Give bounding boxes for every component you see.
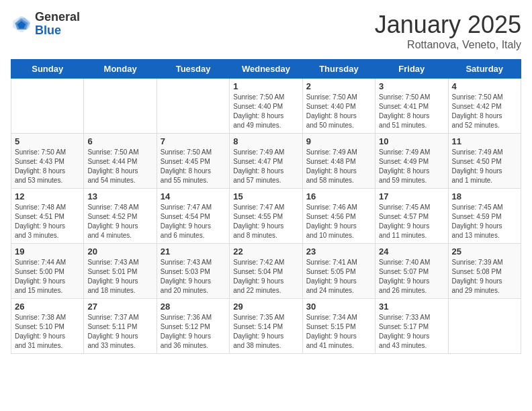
day-info: Sunrise: 7:40 AMSunset: 5:07 PMDaylight:… — [379, 258, 444, 295]
day-info: Sunrise: 7:48 AMSunset: 4:51 PMDaylight:… — [15, 203, 80, 240]
day-number: 6 — [87, 136, 152, 146]
empty-cell — [157, 79, 229, 134]
day-number: 26 — [15, 302, 80, 312]
day-info: Sunrise: 7:34 AMSunset: 5:15 PMDaylight:… — [306, 313, 371, 351]
calendar-day-1: 1Sunrise: 7:50 AMSunset: 4:40 PMDaylight… — [230, 79, 302, 134]
day-info: Sunrise: 7:50 AMSunset: 4:44 PMDaylight:… — [87, 148, 152, 185]
calendar-table: SundayMondayTuesdayWednesdayThursdayFrid… — [11, 59, 521, 354]
weekday-header-sunday: Sunday — [11, 60, 84, 79]
day-info: Sunrise: 7:45 AMSunset: 4:59 PMDaylight:… — [452, 203, 517, 240]
calendar-day-10: 10Sunrise: 7:49 AMSunset: 4:49 PMDayligh… — [375, 134, 448, 189]
calendar-day-13: 13Sunrise: 7:48 AMSunset: 4:52 PMDayligh… — [84, 189, 157, 244]
calendar-header-row: SundayMondayTuesdayWednesdayThursdayFrid… — [11, 60, 521, 79]
calendar-day-5: 5Sunrise: 7:50 AMSunset: 4:43 PMDaylight… — [11, 134, 84, 189]
day-info: Sunrise: 7:43 AMSunset: 5:03 PMDaylight:… — [161, 258, 226, 295]
day-number: 21 — [161, 246, 226, 257]
day-number: 17 — [379, 191, 444, 201]
calendar-day-7: 7Sunrise: 7:50 AMSunset: 4:45 PMDaylight… — [157, 134, 229, 189]
day-info: Sunrise: 7:49 AMSunset: 4:47 PMDaylight:… — [233, 148, 298, 185]
calendar-day-16: 16Sunrise: 7:46 AMSunset: 4:56 PMDayligh… — [302, 189, 375, 244]
calendar-day-31: 31Sunrise: 7:33 AMSunset: 5:17 PMDayligh… — [375, 299, 448, 354]
day-number: 12 — [15, 191, 80, 201]
logo-blue-text: Blue — [35, 24, 80, 38]
day-number: 29 — [233, 302, 298, 312]
calendar-day-25: 25Sunrise: 7:39 AMSunset: 5:08 PMDayligh… — [448, 244, 521, 299]
day-info: Sunrise: 7:42 AMSunset: 5:04 PMDaylight:… — [233, 258, 298, 295]
day-info: Sunrise: 7:46 AMSunset: 4:56 PMDaylight:… — [306, 203, 371, 240]
calendar-day-24: 24Sunrise: 7:40 AMSunset: 5:07 PMDayligh… — [375, 244, 448, 299]
day-info: Sunrise: 7:38 AMSunset: 5:10 PMDaylight:… — [15, 313, 80, 351]
day-info: Sunrise: 7:48 AMSunset: 4:52 PMDaylight:… — [87, 203, 152, 240]
day-number: 30 — [306, 302, 371, 312]
empty-cell — [448, 299, 521, 354]
day-number: 15 — [233, 191, 298, 201]
day-info: Sunrise: 7:45 AMSunset: 4:57 PMDaylight:… — [379, 203, 444, 240]
weekday-header-friday: Friday — [375, 60, 448, 79]
day-number: 7 — [161, 136, 226, 146]
calendar-day-4: 4Sunrise: 7:50 AMSunset: 4:42 PMDaylight… — [448, 79, 521, 134]
calendar-day-21: 21Sunrise: 7:43 AMSunset: 5:03 PMDayligh… — [157, 244, 229, 299]
day-number: 28 — [161, 302, 226, 312]
calendar-week-2: 5Sunrise: 7:50 AMSunset: 4:43 PMDaylight… — [11, 134, 521, 189]
day-number: 31 — [379, 302, 444, 312]
day-number: 10 — [379, 136, 444, 146]
weekday-header-monday: Monday — [84, 60, 157, 79]
calendar-day-28: 28Sunrise: 7:36 AMSunset: 5:12 PMDayligh… — [157, 299, 229, 354]
day-info: Sunrise: 7:49 AMSunset: 4:48 PMDaylight:… — [306, 148, 371, 185]
weekday-header-tuesday: Tuesday — [157, 60, 229, 79]
calendar-day-30: 30Sunrise: 7:34 AMSunset: 5:15 PMDayligh… — [302, 299, 375, 354]
calendar-day-12: 12Sunrise: 7:48 AMSunset: 4:51 PMDayligh… — [11, 189, 84, 244]
empty-cell — [11, 79, 84, 134]
day-info: Sunrise: 7:39 AMSunset: 5:08 PMDaylight:… — [452, 258, 517, 295]
empty-cell — [84, 79, 157, 134]
day-number: 19 — [15, 246, 80, 257]
calendar-day-11: 11Sunrise: 7:49 AMSunset: 4:50 PMDayligh… — [448, 134, 521, 189]
day-info: Sunrise: 7:50 AMSunset: 4:45 PMDaylight:… — [161, 148, 226, 185]
calendar-day-3: 3Sunrise: 7:50 AMSunset: 4:41 PMDaylight… — [375, 79, 448, 134]
day-number: 18 — [452, 191, 517, 201]
calendar-day-14: 14Sunrise: 7:47 AMSunset: 4:54 PMDayligh… — [157, 189, 229, 244]
day-info: Sunrise: 7:49 AMSunset: 4:50 PMDaylight:… — [452, 148, 517, 185]
calendar-week-1: 1Sunrise: 7:50 AMSunset: 4:40 PMDaylight… — [11, 79, 521, 134]
day-info: Sunrise: 7:50 AMSunset: 4:43 PMDaylight:… — [15, 148, 80, 185]
day-number: 23 — [306, 246, 371, 257]
page-header: General Blue January 2025 Rottanova, Ven… — [11, 11, 521, 51]
weekday-header-wednesday: Wednesday — [230, 60, 302, 79]
calendar-day-17: 17Sunrise: 7:45 AMSunset: 4:57 PMDayligh… — [375, 189, 448, 244]
day-number: 16 — [306, 191, 371, 201]
day-info: Sunrise: 7:44 AMSunset: 5:00 PMDaylight:… — [15, 258, 80, 295]
logo: General Blue — [11, 11, 80, 38]
calendar-day-22: 22Sunrise: 7:42 AMSunset: 5:04 PMDayligh… — [230, 244, 302, 299]
day-number: 2 — [306, 81, 371, 91]
day-number: 14 — [161, 191, 226, 201]
day-info: Sunrise: 7:50 AMSunset: 4:40 PMDaylight:… — [306, 93, 371, 130]
calendar-day-23: 23Sunrise: 7:41 AMSunset: 5:05 PMDayligh… — [302, 244, 375, 299]
calendar-day-20: 20Sunrise: 7:43 AMSunset: 5:01 PMDayligh… — [84, 244, 157, 299]
day-number: 11 — [452, 136, 517, 146]
day-number: 25 — [452, 246, 517, 257]
day-number: 20 — [87, 246, 152, 257]
calendar-title: January 2025 — [375, 11, 521, 39]
day-number: 4 — [452, 81, 517, 91]
calendar-week-4: 19Sunrise: 7:44 AMSunset: 5:00 PMDayligh… — [11, 244, 521, 299]
calendar-day-8: 8Sunrise: 7:49 AMSunset: 4:47 PMDaylight… — [230, 134, 302, 189]
logo-general-text: General — [35, 11, 80, 24]
day-info: Sunrise: 7:50 AMSunset: 4:40 PMDaylight:… — [233, 93, 298, 130]
weekday-header-saturday: Saturday — [448, 60, 521, 79]
day-info: Sunrise: 7:36 AMSunset: 5:12 PMDaylight:… — [161, 313, 226, 351]
logo-icon — [11, 13, 32, 35]
day-number: 13 — [87, 191, 152, 201]
day-info: Sunrise: 7:47 AMSunset: 4:55 PMDaylight:… — [233, 203, 298, 240]
day-number: 5 — [15, 136, 80, 146]
day-info: Sunrise: 7:47 AMSunset: 4:54 PMDaylight:… — [161, 203, 226, 240]
title-block: January 2025 Rottanova, Veneto, Italy — [375, 11, 521, 51]
day-number: 9 — [306, 136, 371, 146]
day-number: 24 — [379, 246, 444, 257]
calendar-day-6: 6Sunrise: 7:50 AMSunset: 4:44 PMDaylight… — [84, 134, 157, 189]
calendar-day-27: 27Sunrise: 7:37 AMSunset: 5:11 PMDayligh… — [84, 299, 157, 354]
day-number: 1 — [233, 81, 298, 91]
day-number: 27 — [87, 302, 152, 312]
day-number: 3 — [379, 81, 444, 91]
day-info: Sunrise: 7:41 AMSunset: 5:05 PMDaylight:… — [306, 258, 371, 295]
calendar-day-19: 19Sunrise: 7:44 AMSunset: 5:00 PMDayligh… — [11, 244, 84, 299]
